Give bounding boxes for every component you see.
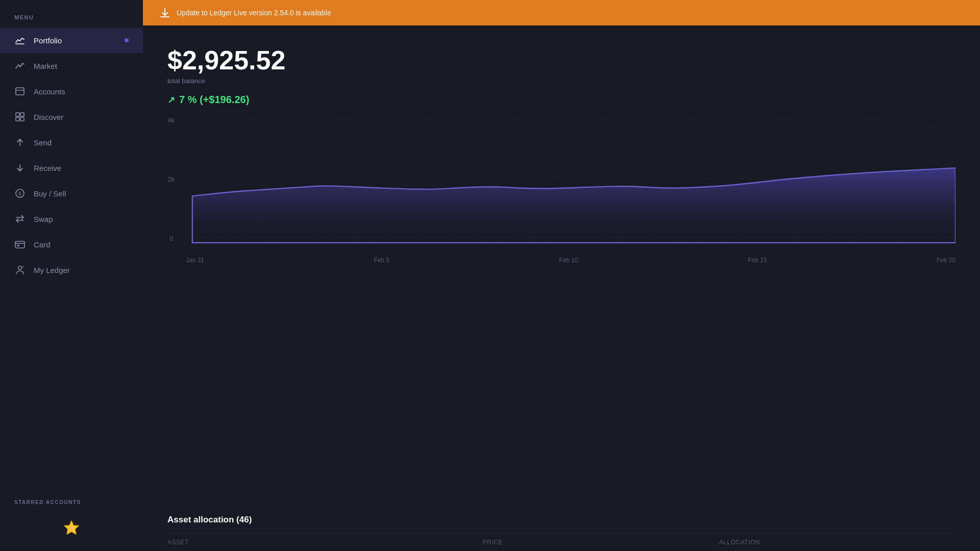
sidebar-item-label: Receive xyxy=(34,164,61,172)
sidebar-item-receive[interactable]: Receive xyxy=(0,155,143,181)
sidebar-item-label: My Ledger xyxy=(34,266,70,274)
sidebar-item-buy-sell[interactable]: $ Buy / Sell xyxy=(0,181,143,206)
chart-x-labels: Jan 31 Feb 5 Feb 10 Feb 15 Feb 20 xyxy=(167,253,955,264)
discover-icon xyxy=(14,111,26,122)
portfolio-chart: 4k 2k 0 xyxy=(167,115,955,253)
star-icon[interactable] xyxy=(59,516,84,540)
svg-rect-13 xyxy=(15,241,24,248)
svg-point-16 xyxy=(18,266,22,270)
change-arrow-icon: ↗ xyxy=(167,94,175,106)
svg-rect-4 xyxy=(20,113,24,116)
sidebar-item-card[interactable]: Card xyxy=(0,232,143,257)
change-row: ↗ 7 % (+$196.26) xyxy=(167,94,955,106)
portfolio-icon xyxy=(14,35,26,46)
card-icon xyxy=(14,239,26,250)
svg-text:4k: 4k xyxy=(167,117,175,124)
svg-marker-18 xyxy=(64,521,79,534)
total-balance-amount: $2,925.52 xyxy=(167,46,955,75)
col-allocation: Allocation xyxy=(719,539,955,546)
sidebar-item-market[interactable]: Market xyxy=(0,53,143,79)
x-label-jan31: Jan 31 xyxy=(186,257,204,264)
x-label-feb5: Feb 5 xyxy=(374,257,389,264)
sidebar-item-label: Discover xyxy=(34,113,63,121)
main-content: Update to Ledger Live version 2.54.0 is … xyxy=(143,0,980,551)
svg-text:$: $ xyxy=(19,191,21,196)
x-label-feb10: Feb 10 xyxy=(559,257,578,264)
col-asset: Asset xyxy=(167,539,483,546)
sidebar: MENU Portfolio Market Accounts xyxy=(0,0,143,551)
starred-accounts-area xyxy=(0,510,143,551)
sidebar-item-accounts[interactable]: Accounts xyxy=(0,79,143,104)
svg-text:2k: 2k xyxy=(167,176,175,183)
sidebar-item-label: Card xyxy=(34,240,51,249)
menu-label: MENU xyxy=(0,0,143,28)
sidebar-item-swap[interactable]: Swap xyxy=(0,206,143,232)
my-ledger-icon xyxy=(14,264,26,276)
update-banner-text: Update to Ledger Live version 2.54.0 is … xyxy=(177,9,331,17)
starred-accounts-label: STARRED ACCOUNTS xyxy=(0,487,143,510)
svg-point-17 xyxy=(22,266,24,268)
svg-rect-6 xyxy=(20,117,24,121)
sidebar-item-label: Buy / Sell xyxy=(34,189,66,198)
chart-container: 4k 2k 0 Jan 31 Feb 5 Feb 10 Feb 15 Feb 2… xyxy=(167,115,955,273)
asset-allocation-title: Asset allocation (46) xyxy=(167,500,955,533)
svg-rect-1 xyxy=(16,88,24,95)
portfolio-area: $2,925.52 total balance ↗ 7 % (+$196.26) xyxy=(143,26,980,500)
receive-icon xyxy=(14,162,26,173)
lower-section: Asset allocation (46) Asset Price Alloca… xyxy=(143,500,980,551)
send-icon xyxy=(14,137,26,148)
update-banner[interactable]: Update to Ledger Live version 2.54.0 is … xyxy=(143,0,980,26)
accounts-icon xyxy=(14,86,26,97)
sidebar-item-my-ledger[interactable]: My Ledger xyxy=(0,257,143,283)
sidebar-item-label: Send xyxy=(34,138,52,147)
download-icon xyxy=(159,7,170,18)
swap-icon xyxy=(14,213,26,224)
total-balance-label: total balance xyxy=(167,77,955,85)
sidebar-item-send[interactable]: Send xyxy=(0,130,143,155)
col-price: Price xyxy=(483,539,719,546)
change-value: 7 % (+$196.26) xyxy=(179,94,249,106)
sidebar-item-discover[interactable]: Discover xyxy=(0,104,143,130)
sidebar-item-portfolio[interactable]: Portfolio xyxy=(0,28,143,53)
sidebar-item-label: Market xyxy=(34,62,57,70)
x-label-feb20: Feb 20 xyxy=(937,257,955,264)
sidebar-item-label: Portfolio xyxy=(34,36,62,45)
asset-table-header: Asset Price Allocation xyxy=(167,533,955,551)
x-label-feb15: Feb 15 xyxy=(748,257,767,264)
sidebar-item-label: Swap xyxy=(34,215,53,223)
active-dot xyxy=(125,38,129,42)
market-icon xyxy=(14,60,26,71)
svg-rect-15 xyxy=(17,245,19,246)
svg-rect-5 xyxy=(16,117,19,121)
sidebar-item-label: Accounts xyxy=(34,87,65,96)
svg-rect-3 xyxy=(16,113,19,116)
buy-sell-icon: $ xyxy=(14,188,26,199)
svg-text:0: 0 xyxy=(169,235,174,242)
